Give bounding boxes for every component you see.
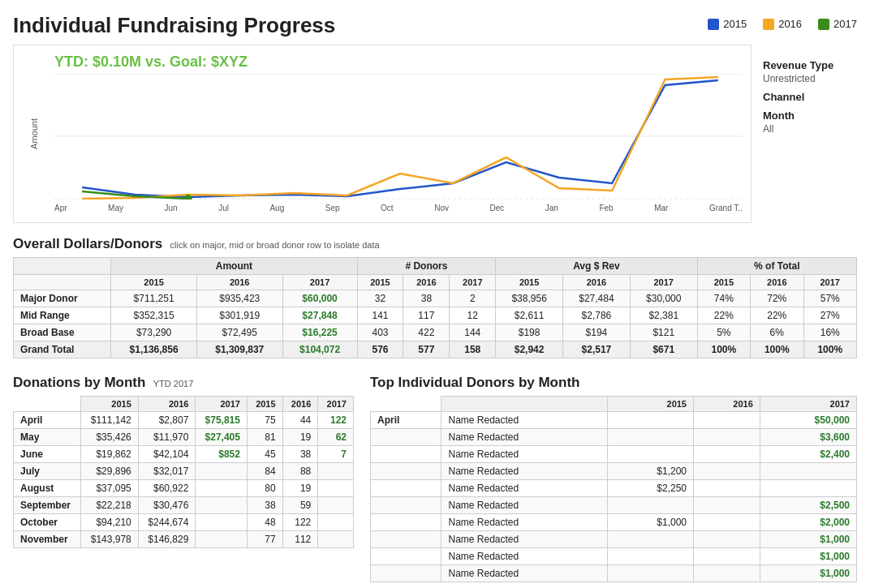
top-donor-row: Name Redacted $1,000 $2,000	[371, 514, 857, 531]
row-label: Grand Total	[14, 341, 111, 358]
filters-panel: Revenue Type Unrestricted Channel Month …	[752, 45, 857, 223]
legend-2017-dot	[818, 19, 829, 30]
donation-row: July $29,896 $32,017 84 88	[14, 463, 354, 480]
x-label-jan: Jan	[545, 204, 558, 212]
month-value: All	[763, 123, 846, 135]
chart-y-axis-label: Amount	[29, 118, 39, 149]
chart-area: YTD: $0.10M vs. Goal: $XYZ Amount $1.00M…	[13, 45, 857, 223]
overall-row[interactable]: Major Donor $711,251 $935,423 $60,000 32…	[14, 290, 857, 307]
top-donor-row: Name Redacted $2,400	[371, 446, 857, 463]
legend-2015-dot	[708, 19, 719, 30]
donation-row: June $19,862 $42,104 $852 45 38 7	[14, 446, 354, 463]
chart-legend: 2015 2016 2017	[708, 18, 857, 30]
x-label-sep: Sep	[325, 204, 340, 212]
donation-row: August $37,095 $60,922 80 19	[14, 480, 354, 497]
top-donor-row: Name Redacted $1,200	[371, 463, 857, 480]
row-label: Major Donor	[14, 290, 111, 307]
overall-table: Amount # Donors Avg $ Rev % of Total 201…	[13, 257, 857, 358]
chart-x-labels: Apr May Jun Jul Aug Sep Oct Nov Dec Jan …	[54, 202, 743, 212]
x-label-mar: Mar	[654, 204, 668, 212]
col-header-pct: % of Total	[697, 258, 856, 275]
top-donor-row: Name Redacted $3,600	[371, 429, 857, 446]
x-label-jul: Jul	[218, 204, 229, 212]
donations-title: Donations by Month	[13, 375, 145, 390]
x-label-dec: Dec	[489, 204, 504, 212]
row-label: Broad Base	[14, 324, 111, 341]
top-donors-title: Top Individual Donors by Month	[370, 375, 579, 390]
revenue-type-label: Revenue Type	[763, 59, 846, 71]
donation-row: May $35,426 $11,970 $27,405 81 19 62	[14, 429, 354, 446]
x-label-jun: Jun	[165, 204, 178, 212]
top-donor-row: Name Redacted $2,500	[371, 497, 857, 514]
donations-subtitle: YTD 2017	[153, 379, 194, 388]
donation-row: November $143,978 $146,829 77 112	[14, 531, 354, 548]
x-label-oct: Oct	[381, 204, 394, 212]
x-label-grand: Grand T..	[709, 204, 743, 212]
donations-table: 2015 2016 2017 2015 2016 2017 April $111…	[13, 396, 354, 548]
top-donor-row: Name Redacted $1,000	[371, 548, 857, 565]
legend-2016: 2016	[763, 18, 802, 30]
donation-row: October $94,210 $244,674 48 122	[14, 514, 354, 531]
overall-row[interactable]: Grand Total $1,136,856 $1,309,837 $104,0…	[14, 341, 857, 358]
overall-row[interactable]: Mid Range $352,315 $301,919 $27,848 141 …	[14, 307, 857, 324]
legend-2016-label: 2016	[778, 18, 802, 30]
overall-title: Overall Dollars/Donors	[13, 236, 162, 251]
overall-subtitle: click on major, mid or broad donor row t…	[170, 240, 380, 250]
donation-row: September $22,218 $30,476 38 59	[14, 497, 354, 514]
legend-2016-dot	[763, 19, 774, 30]
x-label-nov: Nov	[434, 204, 449, 212]
legend-2017: 2017	[818, 18, 857, 30]
month-label: Month	[763, 109, 846, 122]
x-label-feb: Feb	[599, 204, 613, 212]
donation-row: April $111,142 $2,807 $75,815 75 44 122	[14, 412, 354, 429]
col-header-avg: Avg $ Rev	[496, 258, 697, 275]
chart-svg: $1.00M $0.50M $0.00M	[54, 74, 743, 200]
bottom-section: Donations by Month YTD 2017 2015 2016 20…	[13, 375, 857, 582]
line-chart: YTD: $0.10M vs. Goal: $XYZ Amount $1.00M…	[13, 45, 752, 223]
channel-label: Channel	[763, 91, 846, 103]
top-donor-row: Name Redacted $2,250	[371, 480, 857, 497]
top-donors-section: Top Individual Donors by Month 2015 2016…	[370, 375, 857, 582]
x-label-may: May	[108, 204, 123, 212]
top-donor-row: Name Redacted $1,000	[371, 531, 857, 548]
top-donor-row: April Name Redacted $50,000	[371, 412, 857, 429]
x-label-apr: Apr	[54, 204, 67, 212]
page-title: Individual Fundraising Progress	[13, 13, 335, 38]
top-donors-table: 2015 2016 2017 April Name Redacted $50,0…	[370, 396, 857, 582]
col-header-donors: # Donors	[357, 258, 496, 275]
overall-row[interactable]: Broad Base $73,290 $72,495 $16,225 403 4…	[14, 324, 857, 341]
row-label: Mid Range	[14, 307, 111, 324]
overall-section: Overall Dollars/Donors click on major, m…	[13, 236, 857, 358]
revenue-type-value: Unrestricted	[763, 73, 846, 84]
legend-2015: 2015	[708, 18, 747, 30]
col-header-amount: Amount	[111, 258, 357, 275]
top-donor-row: Name Redacted $1,000	[371, 565, 857, 582]
chart-ytd-label: YTD: $0.10M vs. Goal: $XYZ	[54, 54, 743, 71]
donations-section: Donations by Month YTD 2017 2015 2016 20…	[13, 375, 354, 582]
legend-2017-label: 2017	[833, 18, 857, 30]
legend-2015-label: 2015	[723, 18, 747, 30]
x-label-aug: Aug	[269, 204, 284, 212]
